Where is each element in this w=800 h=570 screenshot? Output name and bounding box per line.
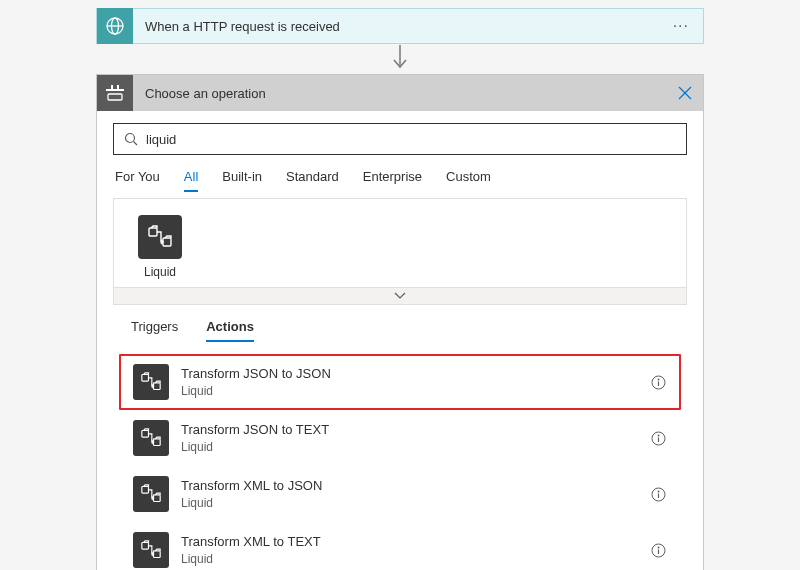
svg-rect-13 bbox=[163, 238, 171, 246]
action-title: Transform JSON to JSON bbox=[181, 365, 637, 383]
section-tab-actions[interactable]: Actions bbox=[206, 319, 254, 342]
filter-tabs: For YouAllBuilt-inStandardEnterpriseCust… bbox=[113, 155, 687, 192]
info-button[interactable] bbox=[649, 373, 667, 391]
action-title: Transform XML to JSON bbox=[181, 477, 637, 495]
svg-point-10 bbox=[126, 134, 135, 143]
close-icon bbox=[678, 86, 692, 100]
svg-point-27 bbox=[657, 490, 659, 492]
flow-arrow bbox=[0, 44, 800, 74]
actions-list: Transform JSON to JSON Liquid Transform … bbox=[113, 342, 687, 570]
svg-rect-29 bbox=[142, 543, 149, 550]
info-button[interactable] bbox=[649, 485, 667, 503]
action-subtitle: Liquid bbox=[181, 383, 637, 399]
svg-rect-25 bbox=[154, 495, 161, 502]
info-icon bbox=[651, 375, 666, 390]
operation-card: Choose an operation For YouAllBuilt-inSt… bbox=[96, 74, 704, 570]
filter-tab-for-you[interactable]: For You bbox=[115, 169, 160, 192]
svg-rect-30 bbox=[154, 551, 161, 558]
filter-tab-standard[interactable]: Standard bbox=[286, 169, 339, 192]
chevron-down-icon bbox=[394, 292, 406, 300]
filter-tab-built-in[interactable]: Built-in bbox=[222, 169, 262, 192]
svg-rect-15 bbox=[154, 383, 161, 390]
connector-liquid[interactable]: Liquid bbox=[130, 215, 190, 279]
section-tabs: TriggersActions bbox=[113, 305, 687, 342]
trigger-menu-button[interactable]: ··· bbox=[659, 17, 703, 35]
close-button[interactable] bbox=[667, 75, 703, 111]
action-transform-xml-to-json[interactable]: Transform XML to JSON Liquid bbox=[119, 466, 681, 522]
svg-rect-6 bbox=[117, 85, 119, 89]
liquid-icon bbox=[138, 215, 182, 259]
svg-rect-4 bbox=[106, 89, 124, 91]
svg-rect-20 bbox=[154, 439, 161, 446]
filter-tab-custom[interactable]: Custom bbox=[446, 169, 491, 192]
info-button[interactable] bbox=[649, 429, 667, 447]
svg-line-11 bbox=[134, 142, 138, 146]
svg-rect-5 bbox=[111, 85, 113, 89]
info-icon bbox=[651, 543, 666, 558]
liquid-icon bbox=[133, 476, 169, 512]
svg-point-32 bbox=[657, 546, 659, 548]
info-icon bbox=[651, 487, 666, 502]
action-transform-json-to-json[interactable]: Transform JSON to JSON Liquid bbox=[119, 354, 681, 410]
svg-point-17 bbox=[657, 378, 659, 380]
liquid-icon bbox=[133, 532, 169, 568]
filter-tab-all[interactable]: All bbox=[184, 169, 198, 192]
search-icon bbox=[124, 132, 138, 146]
action-transform-json-to-text[interactable]: Transform JSON to TEXT Liquid bbox=[119, 410, 681, 466]
action-subtitle: Liquid bbox=[181, 495, 637, 511]
info-icon bbox=[651, 431, 666, 446]
connector-label: Liquid bbox=[130, 265, 190, 279]
svg-rect-24 bbox=[142, 487, 149, 494]
trigger-title: When a HTTP request is received bbox=[133, 19, 659, 34]
action-title: Transform XML to TEXT bbox=[181, 533, 637, 551]
svg-rect-19 bbox=[142, 431, 149, 438]
operation-icon bbox=[97, 75, 133, 111]
svg-rect-12 bbox=[149, 228, 157, 236]
operation-header: Choose an operation bbox=[97, 75, 703, 111]
action-transform-xml-to-text[interactable]: Transform XML to TEXT Liquid bbox=[119, 522, 681, 570]
section-tab-triggers[interactable]: Triggers bbox=[131, 319, 178, 342]
search-box[interactable] bbox=[113, 123, 687, 155]
operation-title: Choose an operation bbox=[133, 86, 667, 101]
svg-point-22 bbox=[657, 434, 659, 436]
http-request-icon bbox=[97, 8, 133, 44]
action-title: Transform JSON to TEXT bbox=[181, 421, 637, 439]
action-subtitle: Liquid bbox=[181, 551, 637, 567]
action-subtitle: Liquid bbox=[181, 439, 637, 455]
info-button[interactable] bbox=[649, 541, 667, 559]
svg-rect-14 bbox=[142, 375, 149, 382]
trigger-card[interactable]: When a HTTP request is received ··· bbox=[96, 8, 704, 44]
filter-tab-enterprise[interactable]: Enterprise bbox=[363, 169, 422, 192]
connectors-panel: Liquid bbox=[113, 198, 687, 287]
svg-rect-7 bbox=[108, 94, 122, 100]
liquid-icon bbox=[133, 420, 169, 456]
globe-icon bbox=[105, 16, 125, 36]
search-input[interactable] bbox=[146, 132, 676, 147]
liquid-icon bbox=[133, 364, 169, 400]
expand-connectors-button[interactable] bbox=[113, 287, 687, 305]
